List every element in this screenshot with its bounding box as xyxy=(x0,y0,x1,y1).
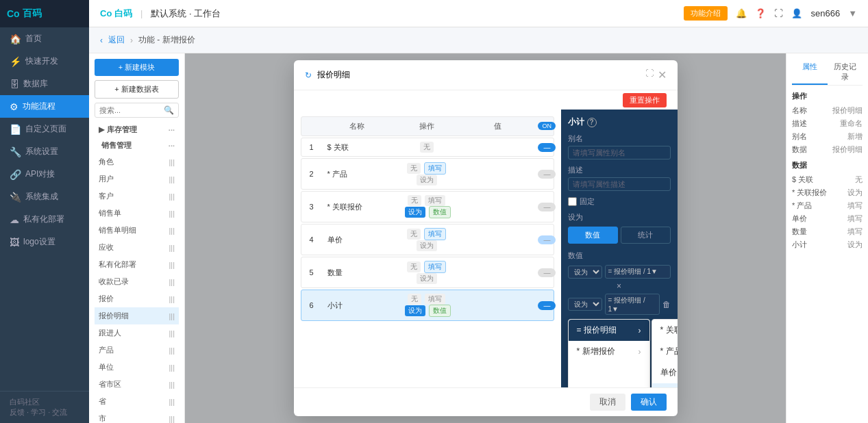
row3-tag-num[interactable]: 数值 xyxy=(429,206,451,218)
intro-button[interactable]: 功能介绍 xyxy=(684,6,728,21)
tab-history[interactable]: 历史记录 xyxy=(828,59,863,85)
list-item-sales-order[interactable]: 销售单||| xyxy=(95,205,179,222)
list-item-customer[interactable]: 客户||| xyxy=(95,188,179,205)
user-icon[interactable]: 👤 xyxy=(791,8,802,18)
row4-num: 4 xyxy=(301,232,322,247)
modal-close-icon[interactable]: ✕ xyxy=(658,68,667,81)
desc-input[interactable] xyxy=(568,177,671,191)
right-row-d3: * 产品填写 xyxy=(792,199,863,212)
col-name: 名称 xyxy=(322,117,393,136)
table-row-active: 6 小计 无 填写 设为 数值 — xyxy=(301,290,554,321)
list-item-region[interactable]: 省市区||| xyxy=(95,376,179,393)
dropdown-item-new-quote[interactable]: * 新增报价 › xyxy=(569,341,649,362)
sidebar-item-workflow[interactable]: ⚙ 功能流程 xyxy=(0,95,89,118)
logo-text: 百码 xyxy=(23,8,42,20)
list-item-unit[interactable]: 单位||| xyxy=(95,359,179,376)
confirm-button[interactable]: 确认 xyxy=(631,394,667,411)
reset-button[interactable]: 重置操作 xyxy=(623,93,667,107)
row5-tag-none[interactable]: 无 xyxy=(407,261,421,272)
row5-tag-set[interactable]: 设为 xyxy=(417,273,437,284)
bell-icon[interactable]: 🔔 xyxy=(736,8,747,18)
list-item-quote[interactable]: 报价||| xyxy=(95,290,179,307)
row3-tag-none[interactable]: 无 xyxy=(408,195,421,206)
cancel-button[interactable]: 取消 xyxy=(590,394,625,411)
list-item-quote-detail[interactable]: 报价明细||| xyxy=(95,307,179,324)
tab-properties[interactable]: 属性 xyxy=(792,59,828,85)
dropdown-item-unit-price[interactable]: 单价 xyxy=(652,362,678,383)
category-inventory[interactable]: ▶ 库存管理 ··· xyxy=(95,122,179,138)
sidebar-item-quick[interactable]: ⚡ 快速开发 xyxy=(0,50,89,73)
sidebar-item-custom-page[interactable]: 📄 自定义页面 xyxy=(0,118,89,140)
sidebar-community[interactable]: 白码社区 反馈 · 学习 · 交流 xyxy=(0,391,89,423)
row5-toggle[interactable]: — xyxy=(532,265,553,280)
list-item-private-deploy[interactable]: 私有化部署||| xyxy=(95,256,179,273)
row2-tag-set[interactable]: 设为 xyxy=(417,175,437,185)
help-icon[interactable]: ❓ xyxy=(755,8,766,18)
sidebar-item-api[interactable]: 🔗 API对接 xyxy=(0,163,89,185)
row1-num: 1 xyxy=(301,140,322,155)
row3-tag-fill[interactable]: 填写 xyxy=(425,195,445,206)
right-row-op2: 描述重命名 xyxy=(792,117,863,130)
add-table-button[interactable]: + 新建数据表 xyxy=(95,80,179,99)
value-eq-1[interactable]: = 报价明细 / 1▼ xyxy=(605,265,671,279)
row6-tag-fill[interactable]: 填写 xyxy=(425,294,445,305)
row6-toggle[interactable]: — xyxy=(532,298,553,313)
list-item-province[interactable]: 省||| xyxy=(95,393,179,410)
row6-tag-num[interactable]: 数值 xyxy=(429,305,451,317)
list-item-user[interactable]: 用户||| xyxy=(95,170,179,188)
modal-actions: ⛶ ✕ xyxy=(645,68,667,81)
row4-tag-none[interactable]: 无 xyxy=(407,229,421,240)
row3-toggle[interactable]: — xyxy=(532,199,553,214)
sidebar-item-home[interactable]: 🏠 首页 xyxy=(0,27,89,50)
list-item-role[interactable]: 角色||| xyxy=(95,153,179,170)
list-item-receivable[interactable]: 应收||| xyxy=(95,239,179,256)
list-item-sales-detail[interactable]: 销售单明细||| xyxy=(95,222,179,239)
screen-icon[interactable]: ⛶ xyxy=(774,8,783,18)
row6-tag-none[interactable]: 无 xyxy=(408,294,421,305)
x-icon[interactable]: × xyxy=(617,281,621,291)
add-module-button[interactable]: + 新建模块 xyxy=(95,59,179,76)
row4-toggle[interactable]: — xyxy=(532,232,553,247)
sidebar-item-integration[interactable]: 🔌 系统集成 xyxy=(0,185,89,208)
sidebar-item-settings[interactable]: 🔧 系统设置 xyxy=(0,140,89,163)
sidebar-item-logo[interactable]: 🖼 logo设置 xyxy=(0,231,89,253)
row1-toggle[interactable]: — xyxy=(532,140,553,155)
row2-tag-fill[interactable]: 填写 xyxy=(424,162,446,175)
list-item-city[interactable]: 市||| xyxy=(95,410,179,423)
row2-tag-none[interactable]: 无 xyxy=(407,163,421,174)
value-eq-2[interactable]: = 报价明细 / 1▼ xyxy=(605,294,660,315)
row2-toggle[interactable]: — xyxy=(532,166,553,181)
row1-tag-none[interactable]: 无 xyxy=(420,142,434,153)
dropdown-item-product[interactable]: * 产品 › xyxy=(652,341,678,362)
list-item-follow[interactable]: 跟进人||| xyxy=(95,324,179,342)
row6-tag-set[interactable]: 设为 xyxy=(405,305,425,316)
dropdown-item-related-quote[interactable]: * 关联报价 › xyxy=(652,320,678,341)
refresh-icon[interactable]: ↻ xyxy=(305,70,312,80)
alias-input[interactable] xyxy=(568,146,671,159)
sidebar-item-private[interactable]: ☁ 私有化部署 xyxy=(0,208,89,231)
report-header[interactable]: = 报价明细 › xyxy=(569,320,649,341)
sidebar-item-database[interactable]: 🗄 数据库 xyxy=(0,73,89,95)
row4-tag-set[interactable]: 设为 xyxy=(417,240,437,251)
value-op-select-1[interactable]: 设为 xyxy=(568,266,602,279)
help-circle-icon[interactable]: ? xyxy=(587,118,597,127)
delete-row-icon[interactable]: 🗑 xyxy=(662,300,671,309)
value-op-select-2[interactable]: 设为 xyxy=(568,298,602,311)
row6-value xyxy=(462,302,533,309)
row3-tag-set[interactable]: 设为 xyxy=(405,207,425,218)
category-sales[interactable]: 销售管理 ··· xyxy=(95,138,179,153)
chevron-down-icon[interactable]: ▼ xyxy=(848,8,857,18)
list-item-product[interactable]: 产品||| xyxy=(95,342,179,359)
community-label: 白码社区 xyxy=(10,397,79,407)
row4-tag-fill[interactable]: 填写 xyxy=(424,228,446,240)
topbar: Co 白码 | 默认系统 · 工作台 功能介绍 🔔 ❓ ⛶ 👤 sen666 ▼ xyxy=(89,0,868,27)
breadcrumb-back[interactable]: 返回 xyxy=(108,34,125,46)
dropdown-item-quantity[interactable]: 数量 xyxy=(652,383,678,387)
maximize-icon[interactable]: ⛶ xyxy=(645,68,654,81)
list-item-payment[interactable]: 收款已录||| xyxy=(95,273,179,290)
search-input[interactable] xyxy=(99,106,164,114)
btn-stats[interactable]: 统计 xyxy=(621,227,671,244)
btn-value[interactable]: 数值 xyxy=(568,227,618,244)
fixed-checkbox[interactable] xyxy=(568,197,577,206)
row5-tag-fill[interactable]: 填写 xyxy=(424,261,446,273)
